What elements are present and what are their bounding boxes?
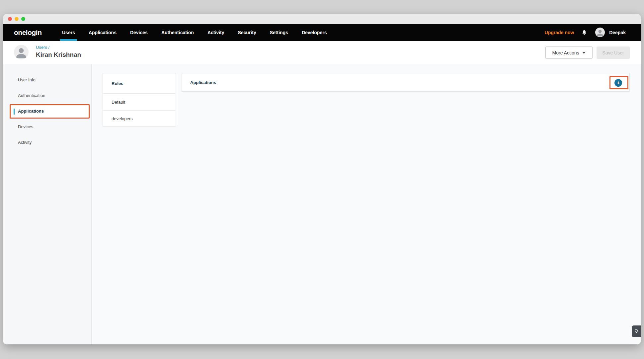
sidebar-item-user-info[interactable]: User Info	[3, 72, 91, 88]
plus-icon: +	[617, 80, 620, 86]
app-window: onelogin Users Applications Devices Auth…	[3, 14, 641, 344]
sidebar-item-activity[interactable]: Activity	[3, 135, 91, 150]
sidebar-item-authentication[interactable]: Authentication	[3, 88, 91, 103]
roles-panel-title: Roles	[103, 73, 176, 94]
chevron-down-icon	[582, 52, 586, 54]
onelogin-logo[interactable]: onelogin	[14, 24, 42, 41]
lightbulb-icon	[634, 328, 639, 334]
close-window-button[interactable]	[8, 17, 12, 21]
nav-item-devices[interactable]: Devices	[130, 24, 148, 41]
applications-panel-title: Applications	[190, 73, 216, 91]
nav-right-group: Upgrade now Deepak	[545, 24, 626, 41]
page-title: Kiran Krishnan	[36, 51, 81, 58]
nav-item-developers[interactable]: Developers	[302, 24, 327, 41]
role-row-default[interactable]: Default	[103, 94, 176, 110]
content-area: User Info Authentication Applications De…	[3, 64, 641, 344]
more-actions-label: More Actions	[552, 50, 579, 55]
breadcrumb[interactable]: Users /	[36, 45, 49, 50]
sidebar-item-devices[interactable]: Devices	[3, 119, 91, 135]
role-row-developers[interactable]: developers	[103, 110, 176, 127]
applications-panel: Applications +	[182, 73, 630, 92]
nav-item-security[interactable]: Security	[238, 24, 256, 41]
more-actions-button[interactable]: More Actions	[545, 46, 593, 59]
save-user-button[interactable]: Save User	[597, 46, 630, 59]
sidebar-item-applications[interactable]: Applications	[3, 103, 91, 119]
nav-item-authentication[interactable]: Authentication	[161, 24, 194, 41]
user-avatar-icon	[595, 28, 605, 37]
window-titlebar	[3, 14, 641, 24]
nav-item-activity[interactable]: Activity	[207, 24, 224, 41]
nav-item-users[interactable]: Users	[62, 24, 75, 41]
notifications-bell-icon[interactable]	[581, 29, 588, 36]
minimize-window-button[interactable]	[15, 17, 19, 21]
nav-item-settings[interactable]: Settings	[270, 24, 288, 41]
user-section-sidebar: User Info Authentication Applications De…	[3, 64, 92, 344]
user-menu[interactable]: Deepak	[595, 28, 626, 37]
profile-avatar-icon	[14, 45, 29, 59]
help-lightbulb-button[interactable]	[632, 325, 641, 337]
page-header: Users / Kiran Krishnan More Actions Save…	[3, 41, 641, 64]
add-application-button[interactable]: +	[614, 79, 622, 87]
nav-item-applications[interactable]: Applications	[89, 24, 117, 41]
zoom-window-button[interactable]	[21, 17, 25, 21]
upgrade-now-link[interactable]: Upgrade now	[545, 30, 574, 35]
nav-menu: Users Applications Devices Authenticatio…	[62, 24, 327, 41]
user-name: Deepak	[609, 30, 626, 35]
roles-panel: Roles Default developers	[103, 73, 176, 127]
top-navigation: onelogin Users Applications Devices Auth…	[3, 24, 641, 41]
